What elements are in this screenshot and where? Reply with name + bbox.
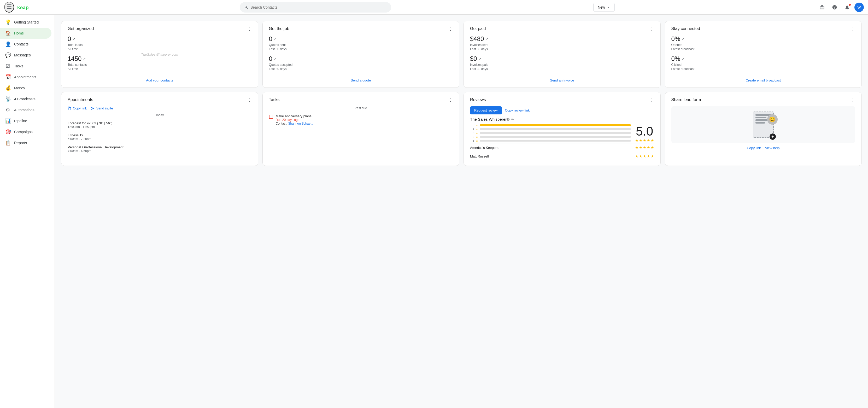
sidebar-item-label: Reports — [14, 141, 27, 145]
topnav-right: W — [817, 2, 864, 12]
search-input[interactable] — [250, 5, 387, 9]
external-link-icon[interactable]: ↗ — [83, 57, 86, 61]
appointment-title: Fitness 19 — [68, 133, 252, 137]
stat-quotes-accepted: 0 ↗ Quotes accepted Last 30 days — [269, 55, 453, 71]
sidebar-item-pipeline[interactable]: 📊 Pipeline — [0, 116, 52, 126]
stat-label: Invoices paid — [470, 63, 654, 67]
help-icon[interactable] — [829, 2, 840, 12]
send-quote-link[interactable]: Send a quote — [269, 75, 453, 82]
review-bar-fill — [480, 124, 631, 126]
external-link-icon[interactable]: ↗ — [682, 57, 684, 61]
sidebar-item-home[interactable]: 🏠 Home — [0, 28, 52, 39]
send-invoice-link[interactable]: Send an invoice — [470, 75, 654, 82]
gift-icon[interactable] — [817, 2, 827, 12]
card-header: Tasks ⋮ — [269, 97, 453, 102]
plus-icon: + — [770, 133, 776, 140]
copy-link-button[interactable]: Copy link — [747, 146, 761, 150]
svg-rect-0 — [7, 4, 11, 5]
more-options-icon[interactable]: ⋮ — [448, 97, 453, 102]
stat-label: Total leads — [68, 43, 252, 47]
sidebar-item-money[interactable]: 💰 Money — [0, 83, 52, 94]
external-link-icon[interactable]: ↗ — [486, 37, 488, 41]
external-link-icon[interactable]: ↗ — [72, 37, 75, 41]
sidebar-item-broadcasts[interactable]: 📡 4 Broadcasts — [0, 94, 52, 104]
more-options-icon[interactable]: ⋮ — [850, 26, 855, 31]
card-title: Tasks — [269, 97, 280, 102]
appointment-time: 12:00am - 11:59pm — [68, 125, 252, 129]
campaigns-icon: 🎯 — [5, 129, 10, 135]
sidebar-item-label: Contacts — [14, 42, 28, 46]
sidebar-item-automations[interactable]: ⚙ Automations — [0, 104, 52, 116]
external-link-icon[interactable]: ↗ — [479, 57, 481, 61]
star-icon: ★ — [651, 146, 654, 150]
sidebar-item-contacts[interactable]: 👤 Contacts — [0, 39, 52, 50]
stat-total-contacts: 1450 ↗ Total contacts All time — [68, 55, 252, 71]
sidebar-item-campaigns[interactable]: 🎯 Campaigns — [0, 126, 52, 137]
external-link-icon[interactable]: ↗ — [274, 57, 277, 61]
more-options-icon[interactable]: ⋮ — [649, 97, 654, 102]
messages-icon: 💬 — [5, 52, 10, 58]
stat-period: Latest broadcast — [671, 67, 856, 71]
lightbulb-icon: 💡 — [5, 19, 10, 25]
more-options-icon[interactable]: ⋮ — [448, 26, 453, 31]
appointment-time: 6:00am - 7:20am — [68, 137, 252, 141]
task-contact: Contact: Shannon Schae... — [276, 122, 453, 125]
more-options-icon[interactable]: ⋮ — [247, 97, 252, 102]
external-link-icon[interactable]: ↗ — [682, 37, 684, 41]
more-options-icon[interactable]: ⋮ — [649, 26, 654, 31]
task-name: Make anniversary plans — [276, 114, 453, 118]
edit-icon[interactable]: ✏ — [511, 117, 514, 122]
review-bar-row: 4 ★ — [470, 127, 631, 131]
review-bar-row: 5 ★ — [470, 124, 631, 127]
add-contacts-link[interactable]: Add your contacts — [68, 75, 252, 82]
past-due-label: Past due — [269, 106, 453, 110]
sidebar-item-label: Home — [14, 31, 24, 35]
review-bar-bg — [480, 140, 631, 142]
stat-value: 0 ↗ — [269, 35, 453, 42]
search-icon — [244, 5, 248, 9]
stat-invoices-sent: $480 ↗ Invoices sent Last 30 days — [470, 35, 654, 51]
stat-label: Quotes sent — [269, 43, 453, 47]
copy-review-link[interactable]: Copy review link — [505, 108, 530, 112]
menu-icon[interactable] — [4, 2, 14, 12]
sidebar-item-label: Getting Started — [14, 20, 39, 24]
review-bar-bg — [480, 136, 631, 138]
review-bar-bg — [480, 128, 631, 130]
view-help-button[interactable]: View help — [765, 146, 779, 150]
money-icon: 💰 — [5, 85, 10, 91]
star-icon: ★ — [476, 135, 478, 138]
create-broadcast-link[interactable]: Create email broadcast — [671, 75, 856, 82]
more-options-icon[interactable]: ⋮ — [247, 26, 252, 31]
star-icon: ★ — [476, 132, 478, 134]
stat-label: Invoices sent — [470, 43, 654, 47]
new-button[interactable]: New — [593, 3, 615, 12]
sidebar-item-appointments[interactable]: 📅 Appointments — [0, 71, 52, 83]
card-title: Get the job — [269, 26, 289, 31]
task-item: Make anniversary plans Due 20 days ago C… — [269, 113, 453, 127]
review-name: America's Keepers — [470, 146, 498, 150]
copy-link-button[interactable]: Copy link — [68, 106, 87, 110]
review-bar-row: 1 ★ — [470, 139, 631, 143]
send-invite-button[interactable]: Send invite — [91, 106, 113, 110]
sidebar-item-getting-started[interactable]: 💡 Getting Started — [0, 17, 52, 28]
card-title: Stay connected — [671, 26, 700, 31]
sidebar-item-messages[interactable]: 💬 Messages — [0, 50, 52, 61]
search-bar[interactable] — [240, 2, 391, 12]
star-icon: ★ — [635, 146, 639, 150]
task-contact-link[interactable]: Shannon Schae... — [288, 122, 313, 125]
tasks-icon: ☑ — [5, 63, 10, 69]
task-checkbox[interactable] — [269, 115, 273, 119]
appointment-item: Personal / Professional Development 7:00… — [68, 143, 252, 155]
avatar[interactable]: W — [855, 3, 864, 12]
request-review-button[interactable]: Request review — [470, 106, 502, 115]
more-options-icon[interactable]: ⋮ — [850, 97, 855, 102]
sidebar-item-tasks[interactable]: ☑ Tasks — [0, 61, 52, 71]
card-header: Appointments ⋮ — [68, 97, 252, 102]
task-due: Due 20 days ago — [276, 118, 453, 122]
star-icon: ★ — [651, 138, 654, 143]
sidebar-item-reports[interactable]: 📋 Reports — [0, 137, 52, 148]
appointments-icon: 📅 — [5, 74, 10, 80]
home-icon: 🏠 — [5, 30, 10, 36]
external-link-icon[interactable]: ↗ — [274, 37, 277, 41]
notification-icon[interactable] — [842, 2, 852, 12]
